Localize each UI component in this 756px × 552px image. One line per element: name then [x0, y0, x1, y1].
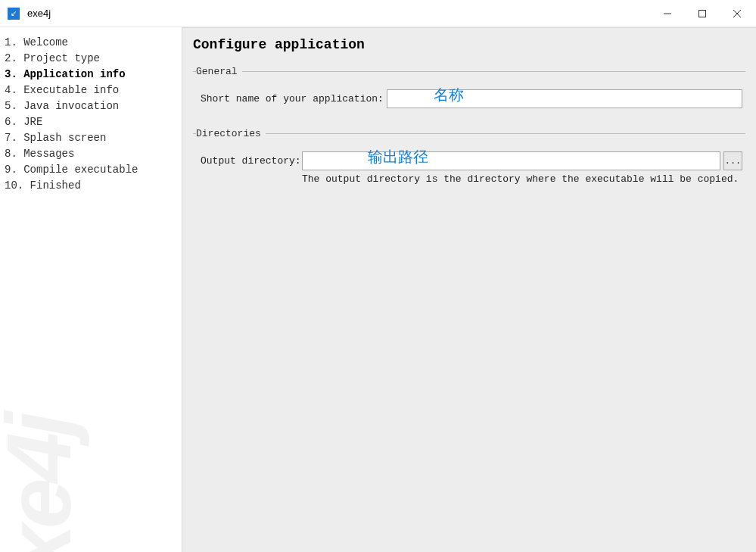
titlebar: ↙ exe4j: [0, 0, 756, 27]
outputdir-browse-button[interactable]: ...: [723, 151, 742, 170]
row-outputdir: Output directory: ...: [201, 151, 742, 170]
svg-rect-1: [699, 10, 706, 17]
wizard-step-10[interactable]: 10. Finished: [5, 178, 177, 194]
main-panel: Configure application General Short name…: [182, 27, 756, 552]
close-icon: [733, 10, 741, 17]
wizard-step-2[interactable]: 2. Project type: [5, 51, 177, 67]
minimize-button[interactable]: [650, 0, 685, 27]
outputdir-hint: The output directory is the directory wh…: [302, 173, 742, 185]
shortname-label: Short name of your application:: [201, 93, 384, 104]
minimize-icon: [664, 10, 671, 17]
wizard-sidebar: 1. Welcome2. Project type3. Application …: [0, 27, 182, 552]
row-shortname: Short name of your application:: [201, 89, 742, 108]
wizard-step-3[interactable]: 3. Application info: [5, 67, 177, 83]
app-icon: ↙: [8, 8, 20, 20]
shortname-input[interactable]: [387, 89, 742, 108]
group-general-legend: General: [196, 66, 242, 77]
outputdir-input[interactable]: [302, 151, 720, 170]
group-directories: Directories Output directory: ... The ou…: [193, 128, 745, 185]
wizard-step-1[interactable]: 1. Welcome: [5, 35, 177, 51]
wizard-step-9[interactable]: 9. Compile executable: [5, 162, 177, 178]
close-button[interactable]: [720, 0, 754, 27]
window-title: exe4j: [27, 8, 51, 19]
group-directories-legend: Directories: [196, 128, 266, 139]
outputdir-label: Output directory:: [201, 155, 299, 167]
wizard-step-4[interactable]: 4. Executable info: [5, 83, 177, 98]
wizard-step-8[interactable]: 8. Messages: [5, 146, 177, 162]
maximize-icon: [698, 10, 706, 17]
group-general: General Short name of your application:: [193, 66, 745, 111]
wizard-step-6[interactable]: 6. JRE: [5, 114, 177, 130]
wizard-step-7[interactable]: 7. Splash screen: [5, 130, 177, 146]
wizard-step-5[interactable]: 5. Java invocation: [5, 98, 177, 114]
watermark-text: xe4j: [0, 416, 91, 552]
page-title: Configure application: [193, 37, 745, 52]
maximize-button[interactable]: [685, 0, 720, 27]
